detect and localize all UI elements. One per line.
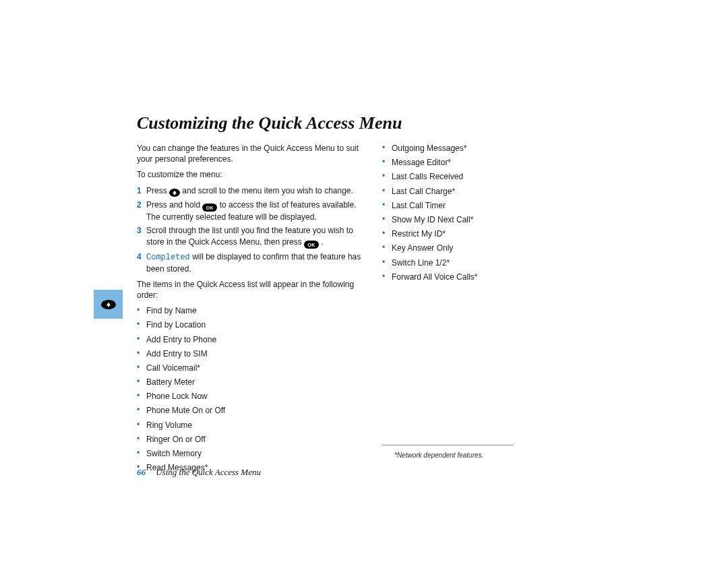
list-item-label: Ringer On or Off <box>146 434 366 445</box>
list-item: •Phone Mute On or Off <box>137 405 366 416</box>
intro-text-1: You can change the features in the Quick… <box>137 143 366 164</box>
list-item: •Call Voicemail* <box>137 363 366 373</box>
list-item: •Last Call Timer <box>382 200 530 211</box>
list-item: •Show My ID Next Call* <box>382 214 530 225</box>
step-body: Scroll through the list until you find t… <box>146 225 366 249</box>
bullet-icon: • <box>382 214 392 225</box>
bullet-icon: • <box>382 243 392 253</box>
list-item-label: Battery Meter <box>146 377 366 387</box>
page-title: Customizing the Quick Access Menu <box>137 113 402 133</box>
list-item: •Add Entry to SIM <box>137 348 366 359</box>
list-item-label: Phone Mute On or Off <box>146 405 366 416</box>
bullet-icon: • <box>137 363 146 373</box>
bullet-icon: • <box>137 319 146 330</box>
list-item: •Ring Volume <box>137 420 366 431</box>
manual-page: Customizing the Quick Access Menu You ca… <box>0 0 728 562</box>
list-item-label: Show My ID Next Call* <box>392 214 530 225</box>
list-item: •Find by Location <box>137 319 366 330</box>
list-item: •Switch Line 1/2* <box>382 257 530 268</box>
list-item: •Key Answer Only <box>382 243 530 253</box>
bullet-icon: • <box>382 228 392 239</box>
list-item: •Last Calls Received <box>382 171 530 182</box>
list-item-label: Restrict My ID* <box>392 228 530 239</box>
list-item-label: Find by Location <box>146 319 366 330</box>
list-item: •Message Editor* <box>382 157 530 168</box>
bullet-icon: • <box>137 334 146 345</box>
step-body: Completed will be displayed to confirm t… <box>146 251 366 274</box>
bullet-icon: • <box>137 391 146 402</box>
step-body: Press and scroll to the menu item you wi… <box>146 185 366 197</box>
list-item-label: Message Editor* <box>392 157 530 168</box>
bullet-icon: • <box>382 171 392 182</box>
page-number: 66 <box>137 467 146 477</box>
left-column: You can change the features in the Quick… <box>137 143 366 476</box>
step-body: Press and hold OK to access the list of … <box>146 199 366 223</box>
ok-key-icon: OK <box>304 241 319 249</box>
footnote-text: *Network dependent features. <box>394 451 483 459</box>
list-item: •Ringer On or Off <box>137 434 366 445</box>
bullet-icon: • <box>382 272 392 282</box>
step-1: 1 Press and scroll to the menu item you … <box>137 185 366 197</box>
side-tab <box>94 290 123 319</box>
list-item-label: Add Entry to Phone <box>146 334 366 345</box>
arrow-up-icon <box>101 300 116 309</box>
bullet-icon: • <box>137 305 146 316</box>
bullet-icon: • <box>137 434 146 445</box>
completed-word: Completed <box>146 253 190 262</box>
bullet-icon: • <box>137 377 146 387</box>
list-item-label: Last Call Timer <box>392 200 530 211</box>
order-intro: The items in the Quick Access list will … <box>137 279 366 301</box>
arrow-up-icon <box>169 189 180 197</box>
list-item-label: Ring Volume <box>146 420 366 431</box>
list-item-label: Add Entry to SIM <box>146 348 366 359</box>
step-2: 2 Press and hold OK to access the list o… <box>137 199 366 223</box>
bullet-icon: • <box>382 257 392 268</box>
list-item: •Find by Name <box>137 305 366 316</box>
list-item-label: Key Answer Only <box>392 243 530 253</box>
list-item-label: Forward All Voice Calls* <box>392 272 530 282</box>
right-column: •Outgoing Messages*•Message Editor*•Last… <box>382 143 530 286</box>
bullet-icon: • <box>382 143 392 154</box>
list-item-label: Outgoing Messages* <box>392 143 530 154</box>
footnote-rule <box>382 445 514 445</box>
list-item-label: Switch Memory <box>146 448 366 459</box>
list-item-label: Call Voicemail* <box>146 363 366 373</box>
footer-section-title: Using the Quick Access Menu <box>156 467 261 477</box>
steps-list: 1 Press and scroll to the menu item you … <box>137 185 366 274</box>
bullet-icon: • <box>137 405 146 416</box>
intro-text-2: To customize the menu: <box>137 169 366 180</box>
list-item: •Phone Lock Now <box>137 391 366 402</box>
list-item-label: Switch Line 1/2* <box>392 257 530 268</box>
step-3: 3 Scroll through the list until you find… <box>137 225 366 249</box>
list-item: •Last Call Charge* <box>382 186 530 197</box>
page-footer: 66 Using the Quick Access Menu <box>137 467 261 478</box>
right-feature-list: •Outgoing Messages*•Message Editor*•Last… <box>382 143 530 282</box>
bullet-icon: • <box>137 448 146 459</box>
bullet-icon: • <box>382 200 392 211</box>
bullet-icon: • <box>137 420 146 431</box>
ok-key-icon: OK <box>202 204 217 212</box>
list-item: •Forward All Voice Calls* <box>382 272 530 282</box>
list-item: •Switch Memory <box>137 448 366 459</box>
step-number: 2 <box>137 199 146 223</box>
step-4: 4 Completed will be displayed to confirm… <box>137 251 366 274</box>
bullet-icon: • <box>137 348 146 359</box>
list-item-label: Last Calls Received <box>392 171 530 182</box>
list-item-label: Last Call Charge* <box>392 186 530 197</box>
step-number: 4 <box>137 251 146 274</box>
bullet-icon: • <box>382 157 392 168</box>
list-item-label: Find by Name <box>146 305 366 316</box>
list-item-label: Phone Lock Now <box>146 391 366 402</box>
list-item: •Restrict My ID* <box>382 228 530 239</box>
bullet-icon: • <box>382 186 392 197</box>
step-number: 1 <box>137 185 146 197</box>
step-number: 3 <box>137 225 146 249</box>
left-feature-list: •Find by Name•Find by Location•Add Entry… <box>137 305 366 473</box>
list-item: •Add Entry to Phone <box>137 334 366 345</box>
list-item: •Battery Meter <box>137 377 366 387</box>
list-item: •Outgoing Messages* <box>382 143 530 154</box>
